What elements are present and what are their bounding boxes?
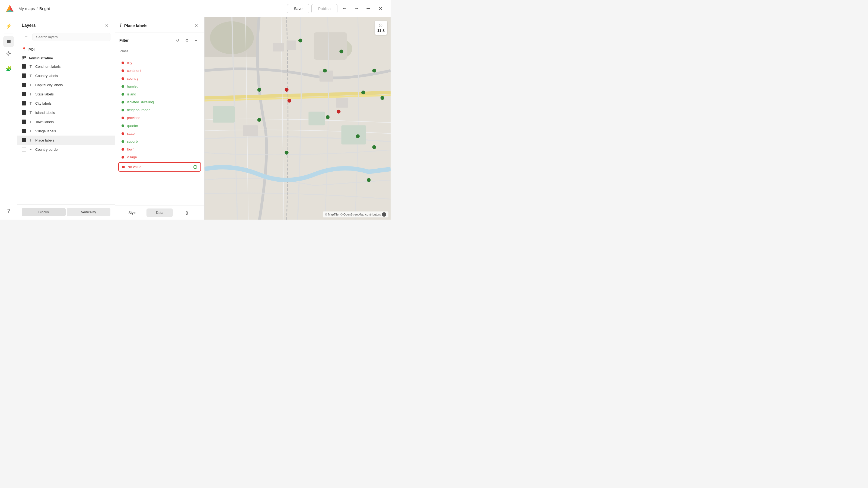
layer-item-continent-labels[interactable]: T Continent labels (18, 62, 115, 71)
filter-item-label: suburb (127, 139, 198, 143)
filter-item-continent[interactable]: continent (118, 67, 201, 74)
map-area[interactable]: ⏲ 11.8 © MapTiler © OpenStreetMap contri… (205, 18, 391, 220)
layers-scroll[interactable]: 📍 POI 🏴 Administrative T Continent label… (18, 44, 115, 204)
filter-item-province[interactable]: province (118, 114, 201, 122)
help-icon[interactable]: ? (3, 205, 14, 216)
layer-item-state-labels[interactable]: T State labels (18, 90, 115, 99)
layers-close-button[interactable]: ✕ (103, 22, 111, 29)
app-logo[interactable] (5, 4, 14, 13)
layer-type-icon: T (29, 92, 33, 96)
filter-item-neighbourhood[interactable]: neighbourhood (118, 106, 201, 114)
back-button[interactable]: ← (340, 4, 349, 13)
no-value-circle (193, 165, 197, 169)
place-labels-title-row: T Place labels (119, 23, 148, 28)
filter-item-label: hamlet (127, 84, 198, 88)
svg-point-34 (285, 88, 289, 92)
menu-button[interactable]: ☰ (364, 4, 373, 13)
layer-item-country-border[interactable]: ~ Country border (18, 145, 115, 154)
filter-dot-red (122, 156, 124, 159)
data-button[interactable]: Data (147, 208, 173, 217)
filter-dot-green (122, 109, 124, 111)
layer-item-country-labels[interactable]: T Country labels (18, 71, 115, 80)
filter-dot-green (122, 124, 124, 127)
layers-title: Layers (22, 23, 36, 28)
map-copyright: © MapTiler © OpenStreetMap contributors … (323, 212, 389, 218)
filter-dot-red (122, 117, 124, 119)
filter-items-scroll[interactable]: city continent country hamlet island iso… (115, 59, 204, 205)
layers-icon[interactable] (3, 36, 14, 47)
filter-minus-button[interactable]: − (192, 37, 200, 44)
filter-dot-green (122, 101, 124, 104)
info-icon[interactable]: i (382, 212, 386, 217)
settings-icon[interactable] (3, 48, 14, 59)
filter-dot-green (122, 85, 124, 88)
svg-rect-19 (336, 98, 348, 107)
layer-item-town-labels[interactable]: T Town labels (18, 117, 115, 126)
filter-item-country[interactable]: country (118, 74, 201, 83)
map-clock[interactable]: ⏲ 11.8 (375, 21, 388, 35)
filter-item-state[interactable]: state (118, 130, 201, 137)
filter-item-label: neighbourhood (127, 108, 198, 112)
filter-item-label: city (127, 61, 198, 65)
breadcrumb-link[interactable]: My maps (19, 6, 35, 11)
filter-item-island[interactable]: island (118, 90, 201, 98)
clock-icon: ⏲ (377, 23, 384, 29)
header: My maps / Bright Save Publish ← → ☰ ✕ (0, 0, 391, 18)
filter-item-quarter[interactable]: quarter (118, 122, 201, 130)
filter-item-isolated-dwelling[interactable]: isolated_dwelling (118, 98, 201, 106)
filter-item-hamlet[interactable]: hamlet (118, 83, 201, 90)
blocks-button[interactable]: Blocks (22, 208, 66, 216)
filter-class-label: class (119, 47, 200, 55)
filter-item-label: quarter (127, 124, 198, 128)
publish-button[interactable]: Publish (311, 4, 337, 13)
search-layers-input[interactable] (33, 33, 111, 41)
lightning-icon[interactable]: ⚡ (3, 21, 14, 31)
svg-rect-20 (243, 125, 258, 136)
verticality-button[interactable]: Verticality (67, 208, 111, 216)
filter-dot-red (122, 166, 125, 168)
layer-item-capital-city-labels[interactable]: T Capital city labels (18, 80, 115, 90)
forward-button[interactable]: → (351, 4, 361, 13)
svg-point-21 (299, 38, 302, 42)
layer-checkbox-empty (22, 147, 26, 152)
layer-checkbox (22, 129, 26, 133)
filter-item-label: state (127, 131, 198, 135)
add-layer-button[interactable]: + (22, 33, 30, 41)
code-button[interactable]: {} (174, 208, 200, 217)
svg-point-31 (372, 145, 376, 149)
close-button[interactable]: ✕ (375, 4, 385, 13)
filter-item-village[interactable]: village (118, 153, 201, 161)
layer-item-city-labels[interactable]: T City labels (18, 99, 115, 108)
poi-icon: 📍 (22, 47, 26, 52)
filter-item-suburb[interactable]: suburb (118, 137, 201, 145)
filter-item-label: continent (127, 69, 198, 73)
layer-item-village-labels[interactable]: T Village labels (18, 126, 115, 135)
filter-settings-button[interactable]: ⚙ (183, 37, 191, 44)
place-labels-type-icon: T (119, 23, 122, 28)
filter-undo-button[interactable]: ↺ (174, 37, 182, 44)
filter-item-town[interactable]: town (118, 145, 201, 153)
style-button[interactable]: Style (119, 208, 145, 217)
no-value-row[interactable]: No value (118, 162, 201, 172)
layer-checkbox (22, 120, 26, 124)
place-labels-footer: Style Data {} (115, 205, 204, 220)
place-labels-close-button[interactable]: ✕ (192, 22, 200, 29)
filter-item-city[interactable]: city (118, 59, 201, 67)
filter-dot-red (122, 132, 124, 135)
layers-header: Layers ✕ (18, 18, 115, 33)
svg-rect-15 (341, 125, 366, 144)
svg-point-32 (285, 151, 289, 155)
layer-item-place-labels[interactable]: T Place labels (18, 135, 115, 145)
layer-type-icon: T (29, 74, 33, 78)
layer-type-icon: T (29, 65, 33, 69)
layer-type-icon: T (29, 101, 33, 105)
save-button[interactable]: Save (287, 4, 309, 13)
filter-item-label: town (127, 147, 198, 151)
poi-section-header: 📍 POI (18, 44, 115, 53)
icon-rail: ⚡ 🧩 ? (0, 18, 18, 220)
filter-row: Filter ↺ ⚙ − (119, 37, 200, 44)
layer-item-island-labels[interactable]: T Island labels (18, 108, 115, 117)
puzzle-icon[interactable]: 🧩 (3, 63, 14, 74)
svg-rect-18 (319, 70, 333, 82)
svg-point-7 (8, 53, 9, 54)
